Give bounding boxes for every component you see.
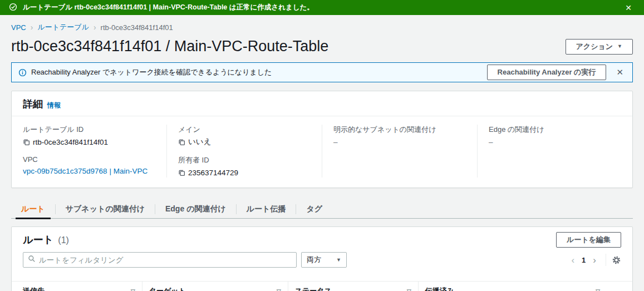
info-icon: [18, 68, 27, 77]
edit-routes-label: ルートを編集: [567, 235, 611, 245]
copy-icon[interactable]: [178, 139, 185, 146]
vpc-link[interactable]: vpc-09b75dc1c375d9768 | Main-VPC: [23, 167, 148, 175]
routes-filter-input-box: [23, 252, 297, 268]
route-table-id-value: rtb-0ce3c34f841f14f01: [33, 138, 108, 146]
main-value: いいえ: [188, 137, 211, 147]
routes-table: 送信先▽ ターゲット▽ ステータス▽ 伝播済み▽ 172.30.0.0/16: [12, 281, 632, 291]
pagination-page-number[interactable]: 1: [578, 256, 589, 264]
breadcrumb-vpc[interactable]: VPC: [11, 23, 26, 32]
details-column-2: メイン いいえ 所有者 ID 235637144729: [166, 125, 322, 177]
field-label: 所有者 ID: [178, 155, 311, 165]
field-label: ルートテーブル ID: [23, 125, 155, 135]
filter-triangle-icon[interactable]: ▽: [131, 288, 135, 291]
breadcrumb-route-tables[interactable]: ルートテーブル: [37, 22, 89, 32]
actions-button[interactable]: アクション ▼: [566, 39, 633, 55]
filter-triangle-icon[interactable]: ▽: [277, 288, 281, 291]
details-title: 詳細: [23, 97, 43, 111]
copy-icon[interactable]: [23, 139, 30, 146]
edit-routes-button[interactable]: ルートを編集: [556, 232, 621, 248]
filter-triangle-icon[interactable]: ▽: [407, 288, 411, 291]
actions-button-label: アクション: [576, 42, 613, 52]
field-explicit-subnet-associations: 明示的なサブネットの関連付け –: [333, 125, 466, 147]
column-label: 送信先: [23, 286, 45, 291]
field-route-table-id: ルートテーブル ID rtb-0ce3c34f841f14f01: [23, 125, 155, 147]
divider: [606, 254, 606, 266]
details-column-3: 明示的なサブネットの関連付け –: [322, 125, 477, 177]
tab-subnet-associations[interactable]: サブネットの関連付け: [56, 200, 155, 218]
breadcrumb-current: rtb-0ce3c34f841f14f01: [101, 23, 173, 32]
column-header-target: ターゲット▽: [142, 282, 288, 291]
column-label: ステータス: [295, 286, 332, 291]
success-check-icon: [9, 3, 17, 13]
tab-tags[interactable]: タグ: [296, 200, 332, 218]
edge-associations-value: –: [489, 138, 493, 146]
routes-filter-input[interactable]: [39, 256, 292, 264]
info-banner-message: Reachability Analyzer でネットワーク接続を確認できるように…: [31, 67, 487, 77]
column-header-propagated: 伝播済み▽: [418, 282, 632, 291]
breadcrumb-separator-icon: ›: [31, 23, 33, 32]
field-label: Edge の関連付け: [489, 125, 621, 135]
caret-down-icon: ▼: [336, 257, 341, 263]
tab-bar: ルート サブネットの関連付け Edge の関連付け ルート伝播 タグ: [11, 200, 633, 219]
settings-gear-icon[interactable]: [612, 255, 621, 265]
column-header-status: ステータス▽: [288, 282, 418, 291]
column-label: ターゲット: [149, 286, 186, 291]
routes-card: ルート (1) ルートを編集 両方 ▼ ‹ 1 ›: [11, 226, 633, 291]
flashbar-close-icon[interactable]: ✕: [622, 3, 635, 12]
pagination-prev-icon[interactable]: ‹: [567, 255, 578, 265]
column-header-destination: 送信先▽: [12, 282, 142, 291]
field-vpc: VPC vpc-09b75dc1c375d9768 | Main-VPC: [23, 155, 155, 176]
routes-table-header-row: 送信先▽ ターゲット▽ ステータス▽ 伝播済み▽: [12, 282, 632, 291]
tab-routes[interactable]: ルート: [11, 200, 55, 218]
info-banner-close-icon[interactable]: ✕: [614, 67, 626, 77]
details-card: 詳細 情報 ルートテーブル ID rtb-0ce3c34f841f14f01 V…: [11, 91, 633, 188]
dropdown-selected-value: 両方: [307, 255, 321, 265]
routes-title: ルート: [23, 234, 53, 245]
field-owner-id: 所有者 ID 235637144729: [178, 155, 311, 177]
routes-count: (1): [58, 235, 69, 245]
filter-triangle-icon[interactable]: ▽: [596, 288, 600, 291]
tab-edge-associations[interactable]: Edge の関連付け: [155, 200, 236, 218]
field-edge-associations: Edge の関連付け –: [489, 125, 621, 147]
page-title: rtb-0ce3c34f841f14f01 / Main-VPC-Route-T…: [11, 38, 328, 55]
column-label: 伝播済み: [425, 286, 454, 291]
both-filter-dropdown[interactable]: 両方 ▼: [301, 252, 347, 268]
search-icon: [28, 255, 36, 265]
details-column-1: ルートテーブル ID rtb-0ce3c34f841f14f01 VPC vpc…: [12, 125, 166, 177]
flashbar-message: ルートテーブル rtb-0ce3c34f841f14f01 | Main-VPC…: [23, 3, 622, 12]
subnet-associations-value: –: [333, 138, 338, 146]
field-label: VPC: [23, 155, 155, 164]
success-flashbar: ルートテーブル rtb-0ce3c34f841f14f01 | Main-VPC…: [0, 0, 644, 15]
pagination-next-icon[interactable]: ›: [589, 255, 600, 265]
field-main: メイン いいえ: [178, 125, 311, 147]
details-info-link[interactable]: 情報: [47, 101, 61, 110]
tab-route-propagation[interactable]: ルート伝播: [237, 200, 296, 218]
run-reachability-analyzer-button[interactable]: Reachability Analyzer の実行: [487, 65, 607, 80]
copy-icon[interactable]: [178, 169, 185, 176]
breadcrumb-separator-icon: ›: [94, 23, 96, 32]
breadcrumb: VPC › ルートテーブル › rtb-0ce3c34f841f14f01: [11, 22, 633, 32]
field-label: 明示的なサブネットの関連付け: [333, 125, 466, 135]
info-banner: Reachability Analyzer でネットワーク接続を確認できるように…: [11, 62, 633, 82]
owner-id-value: 235637144729: [188, 169, 238, 177]
run-reachability-analyzer-label: Reachability Analyzer の実行: [498, 67, 596, 77]
details-column-4: Edge の関連付け –: [477, 125, 632, 177]
caret-down-icon: ▼: [617, 44, 622, 49]
field-label: メイン: [178, 125, 311, 135]
